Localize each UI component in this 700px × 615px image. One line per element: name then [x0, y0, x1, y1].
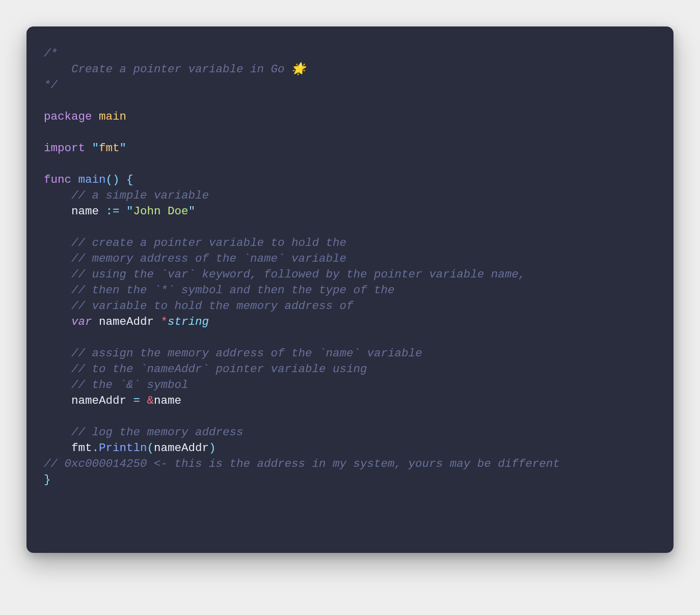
code-punctuation: "	[120, 142, 127, 155]
code-identifier: nameAddr	[99, 315, 154, 328]
code-identifier: nameAddr	[71, 394, 126, 407]
code-comment: /*	[44, 47, 58, 60]
code-func-call: Println	[99, 441, 147, 455]
code-punctuation: "	[126, 205, 133, 218]
code-comment: // memory address of the `name` variable	[71, 252, 346, 265]
code-comment: // 0xc000014250 <- this is the address i…	[44, 457, 560, 470]
code-punctuation: (	[147, 441, 154, 455]
code-keyword: var	[71, 315, 92, 328]
code-punctuation: (	[106, 173, 113, 186]
code-punctuation: )	[113, 173, 120, 186]
code-punctuation: {	[126, 173, 133, 186]
code-identifier: name	[154, 394, 181, 407]
code-keyword: package	[44, 110, 92, 123]
code-comment: // create a pointer variable to hold the	[71, 236, 346, 249]
code-type: string	[168, 315, 209, 328]
code-keyword: func	[44, 173, 71, 186]
code-comment: // using the `var` keyword, followed by …	[71, 268, 525, 281]
code-punctuation: }	[44, 473, 51, 486]
code-comment: // assign the memory address of the `nam…	[71, 347, 422, 360]
code-operator: &	[147, 394, 154, 407]
code-comment: // the `&` symbol	[71, 378, 189, 392]
code-card: /* Create a pointer variable in Go 🌟 */ …	[26, 26, 674, 553]
code-operator: *	[161, 315, 168, 328]
code-string: fmt	[99, 142, 120, 155]
code-comment: // log the memory address	[71, 426, 244, 439]
code-punctuation: )	[209, 441, 216, 455]
code-comment: // then the `*` symbol and then the type…	[71, 284, 395, 297]
code-comment: // variable to hold the memory address o…	[71, 299, 354, 313]
code-identifier: main	[99, 110, 126, 123]
code-punctuation: "	[92, 142, 99, 155]
code-identifier: nameAddr	[154, 441, 209, 455]
code-operator: =	[133, 394, 141, 407]
code-func-name: main	[78, 173, 106, 186]
code-identifier: name	[71, 205, 99, 218]
code-identifier: fmt	[71, 441, 92, 455]
code-string: John Doe	[133, 205, 189, 218]
code-punctuation: "	[189, 205, 196, 218]
code-comment: // a simple variable	[71, 189, 209, 202]
code-comment: */	[44, 78, 58, 92]
code-comment: Create a pointer variable in Go 🌟	[44, 63, 306, 76]
code-keyword: import	[44, 142, 85, 155]
code-block: /* Create a pointer variable in Go 🌟 */ …	[44, 46, 656, 488]
code-punctuation: .	[92, 441, 99, 455]
code-comment: // to the `nameAddr` pointer variable us…	[71, 362, 367, 376]
code-operator: :=	[106, 205, 120, 218]
